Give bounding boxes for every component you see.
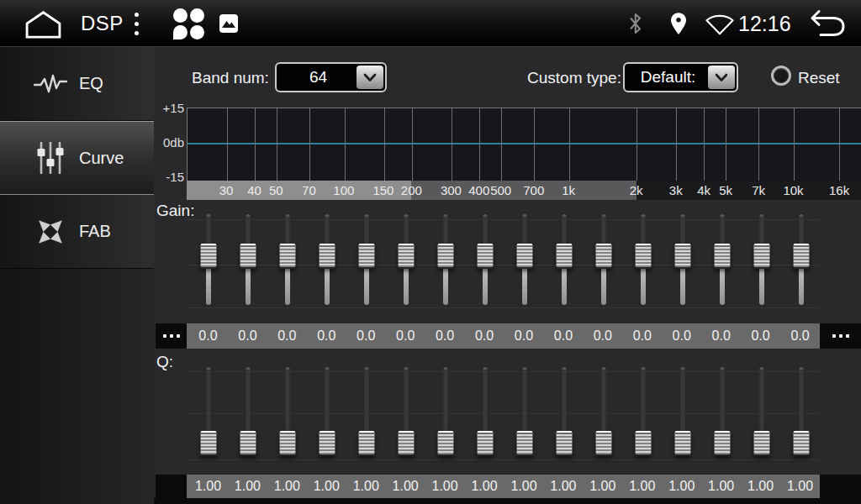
chevron-down-icon[interactable] [357,66,383,89]
gain-band-slider[interactable] [425,200,465,323]
q-band-slider[interactable] [346,351,386,473]
freq-gridline [637,108,637,181]
q-value: 1.00 [543,479,583,494]
slider-knob[interactable] [674,244,690,269]
slider-knob[interactable] [556,244,572,269]
q-band-slider[interactable] [623,351,663,473]
q-band-slider[interactable] [465,351,504,473]
apps-icon[interactable] [173,0,204,47]
q-band-slider[interactable] [663,351,702,473]
chevron-down-icon[interactable] [708,66,735,89]
q-band-slider[interactable] [425,351,465,473]
q-band-slider[interactable] [188,351,228,473]
gain-band-slider[interactable] [623,200,663,323]
gain-band-slider[interactable] [386,200,425,323]
slider-knob[interactable] [753,244,769,269]
sidebar-item-curve[interactable]: Curve [0,121,154,195]
gain-band-slider[interactable] [465,200,504,323]
slider-knob[interactable] [793,431,809,456]
slider-knob[interactable] [753,431,769,456]
slider-knob[interactable] [319,244,335,269]
gain-band-slider[interactable] [228,200,267,323]
q-band-slider[interactable] [702,351,742,473]
q-band-slider[interactable] [504,351,544,473]
gain-value: 0.0 [504,328,544,344]
slider-knob[interactable] [319,431,335,456]
band-num-dropdown[interactable]: 64 [275,62,387,92]
gain-value: 0.0 [465,328,504,344]
freq-tick-label: 3k [669,183,683,197]
slider-knob[interactable] [793,244,809,269]
slider-knob[interactable] [477,431,493,456]
q-band-slider[interactable] [781,351,821,473]
gain-value: 0.0 [425,328,465,344]
slider-knob[interactable] [200,244,216,269]
freq-gridline [501,108,502,181]
slider-knob[interactable] [240,244,256,269]
q-band-slider[interactable] [228,351,267,473]
slider-knob[interactable] [516,244,532,269]
slider-knob[interactable] [714,431,730,456]
slider-knob[interactable] [398,244,414,269]
back-icon[interactable] [806,0,848,47]
slider-knob[interactable] [595,431,611,456]
bluetooth-icon [627,0,644,47]
gain-band-slider[interactable] [781,200,821,323]
gain-value: 0.0 [228,328,267,344]
sidebar: EQ Curve FAB [0,47,154,504]
slider-knob[interactable] [635,431,651,456]
slider-knob[interactable] [595,244,611,269]
gallery-icon[interactable] [219,0,239,47]
gain-band-slider[interactable] [663,200,702,323]
gain-band-slider[interactable] [267,200,307,323]
custom-type-dropdown[interactable]: Default: [623,62,738,92]
gain-band-slider[interactable] [504,200,544,323]
q-band-slider[interactable] [584,351,623,473]
slider-knob[interactable] [477,244,493,269]
gain-band-slider[interactable] [307,200,346,323]
freq-gridline [452,108,452,181]
slider-knob[interactable] [556,431,572,456]
gain-band-slider[interactable] [346,200,386,323]
q-band-slider[interactable] [544,351,584,473]
freq-tick-label: 70 [302,183,316,197]
freq-gridline [758,108,759,181]
scroll-bands-right-button[interactable] [820,323,861,349]
q-band-slider[interactable] [307,351,346,473]
overflow-menu-icon[interactable] [135,0,139,47]
gain-band-slider[interactable] [584,200,623,323]
sidebar-item-label: EQ [79,74,103,93]
gain-band-slider[interactable] [188,200,228,323]
slider-knob[interactable] [240,431,256,456]
slider-knob[interactable] [437,431,453,456]
gain-band-slider[interactable] [702,200,742,323]
freq-gridline [726,108,726,181]
slider-knob[interactable] [635,244,651,269]
slider-knob[interactable] [358,431,374,456]
slider-knob[interactable] [358,244,374,269]
sidebar-item-eq[interactable]: EQ [0,47,154,121]
gain-band-slider[interactable] [544,200,584,323]
slider-knob[interactable] [516,431,532,456]
slider-knob[interactable] [279,431,295,456]
slider-knob[interactable] [279,244,295,269]
reset-radio[interactable] [771,66,791,86]
freq-gridline [412,108,413,181]
slider-knob[interactable] [437,244,453,269]
q-value: 1.00 [228,479,267,494]
dsp-app: DSP 12:16 EQ [0,0,861,504]
scroll-bands-left-button[interactable] [156,323,187,349]
band-num-label: Band num: [192,69,269,87]
gain-band-slider[interactable] [742,200,781,323]
slider-knob[interactable] [714,244,730,269]
q-band-slider[interactable] [386,351,425,473]
q-value: 1.00 [188,479,228,494]
sidebar-item-fab[interactable]: FAB [0,195,154,269]
slider-knob[interactable] [674,431,690,456]
y-axis-label-zero: 0db [154,135,184,150]
slider-knob[interactable] [398,431,414,456]
slider-knob[interactable] [200,431,216,456]
home-icon[interactable] [23,0,64,47]
q-band-slider[interactable] [267,351,307,473]
q-band-slider[interactable] [742,351,781,473]
